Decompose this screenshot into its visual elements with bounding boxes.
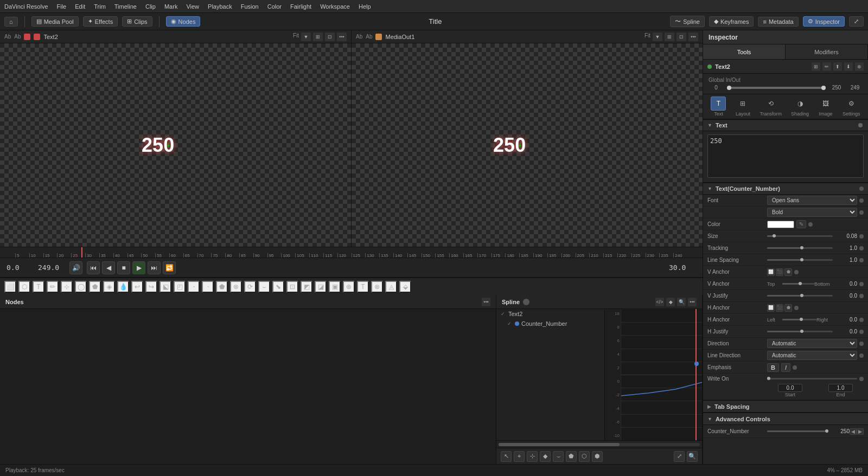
menu-edit[interactable]: Edit xyxy=(75,3,85,10)
text-section-dot[interactable] xyxy=(858,123,863,127)
preview-right-layout-btn[interactable]: ⊞ xyxy=(665,33,674,41)
prev-frame-btn[interactable]: ◀ xyxy=(102,261,115,274)
line-direction-dot[interactable] xyxy=(859,353,864,358)
view-tool-6[interactable]: ◈ xyxy=(103,281,115,293)
global-inout-track[interactable] xyxy=(727,87,826,89)
size-dot[interactable] xyxy=(859,234,864,239)
skip-to-start-btn[interactable]: ⏮ xyxy=(87,261,100,274)
preview-right-viewport[interactable]: 250 + xyxy=(352,43,703,247)
view-tool-19[interactable]: ⊡ xyxy=(286,281,298,293)
insp-icon-5[interactable]: ⊗ xyxy=(855,62,864,71)
line-spacing-slider[interactable] xyxy=(767,259,833,261)
preview-right-fit-btn[interactable]: ▼ xyxy=(653,33,662,41)
menu-davinci[interactable]: DaVinci Resolve xyxy=(4,3,48,10)
loop-btn[interactable]: 🔁 xyxy=(163,261,176,274)
timeline-ruler[interactable]: 5 10 15 20 25 30 35 40 45 50 55 60 65 70… xyxy=(0,247,703,258)
view-tool-18[interactable]: ⬊ xyxy=(272,281,284,293)
view-tool-2[interactable]: ⬡ xyxy=(18,281,30,293)
preview-left-settings-btn[interactable]: ⊡ xyxy=(325,33,335,41)
emphasis-bold-btn[interactable]: B xyxy=(767,363,779,372)
spline-tool-1[interactable]: ↖ xyxy=(501,451,512,462)
preview-left-viewport[interactable]: 250 + xyxy=(0,43,351,247)
size-slider[interactable] xyxy=(767,235,833,237)
view-tool-24[interactable]: T xyxy=(357,281,369,293)
global-inout-left-thumb[interactable] xyxy=(727,86,731,90)
view-tool-20[interactable]: ◩ xyxy=(301,281,312,293)
direction-dot[interactable] xyxy=(859,342,864,346)
spline-tool-4[interactable]: ◆ xyxy=(540,451,551,462)
h-anchor-btn-3[interactable]: ⬟ xyxy=(784,304,792,312)
spline-btn[interactable]: 〜 Spline xyxy=(670,16,705,27)
nodes-btn[interactable]: ◉ Nodes xyxy=(166,16,201,27)
insp-tool-text[interactable]: T xyxy=(711,97,726,111)
spline-canvas[interactable]: 18 8 6 4 2 0 -2 -4 -6 -10 xyxy=(605,309,702,440)
view-tool-10[interactable]: ⬕ xyxy=(159,281,171,293)
insp-tool-shading[interactable]: ◑ xyxy=(793,97,808,111)
toolbar-home-btn[interactable]: ⌂ xyxy=(4,17,18,27)
v-justify-dot[interactable] xyxy=(859,294,864,298)
preview-left-layout-btn[interactable]: ⊞ xyxy=(313,33,323,41)
menu-fusion[interactable]: Fusion xyxy=(241,3,259,10)
insp-tool-settings[interactable]: ⚙ xyxy=(844,97,859,111)
play-btn[interactable]: ▶ xyxy=(132,261,145,274)
write-on-slider[interactable] xyxy=(767,378,857,379)
menu-file[interactable]: File xyxy=(57,3,67,10)
view-tool-17[interactable]: ⌣ xyxy=(258,281,270,293)
h-anchor-dot[interactable] xyxy=(794,306,799,310)
menu-mark[interactable]: Mark xyxy=(164,3,177,10)
menu-view[interactable]: View xyxy=(186,3,199,10)
menu-timeline[interactable]: Timeline xyxy=(114,3,137,10)
v-anchor-btn-3[interactable]: ⬟ xyxy=(784,268,792,276)
skip-to-end-btn[interactable]: ⏭ xyxy=(148,261,161,274)
write-on-dot[interactable] xyxy=(859,377,864,381)
menu-trim[interactable]: Trim xyxy=(94,3,106,10)
line-spacing-dot[interactable] xyxy=(859,258,864,262)
spline-tool-5[interactable]: ⌣ xyxy=(553,451,564,462)
emphasis-italic-btn[interactable]: I xyxy=(781,363,790,372)
spline-tool-expand[interactable]: ⤢ xyxy=(674,451,685,462)
insp-icon-4[interactable]: ⬇ xyxy=(844,62,853,71)
menu-help[interactable]: Help xyxy=(359,3,371,10)
spline-track-text2[interactable]: ✓ Text2 xyxy=(496,309,604,319)
view-tool-14[interactable]: ⬟ xyxy=(216,281,228,293)
preview-left-more-btn[interactable]: ••• xyxy=(337,33,347,41)
h-anchor-btn-1[interactable]: ⬜ xyxy=(767,304,775,312)
view-tool-22[interactable]: ▣ xyxy=(329,281,341,293)
text-area-input[interactable]: 250 xyxy=(707,134,864,178)
h-justify-slider[interactable] xyxy=(767,331,833,332)
font-style-dot[interactable] xyxy=(859,210,864,215)
spline-scrollbar[interactable] xyxy=(496,440,702,448)
write-on-start-field[interactable]: 0.0 xyxy=(778,384,802,392)
view-tool-7[interactable]: 💧 xyxy=(117,281,129,293)
view-tool-21[interactable]: ◪ xyxy=(315,281,327,293)
color-eyedropper-btn[interactable]: ✎ xyxy=(796,220,806,228)
color-swatch[interactable] xyxy=(767,221,794,228)
media-pool-btn[interactable]: ▤ Media Pool xyxy=(31,16,79,27)
preview-left-fit-btn[interactable]: ▼ xyxy=(301,33,311,41)
view-tool-12[interactable]: ⬝ xyxy=(188,281,200,293)
counter-increment-btn[interactable]: ▶ xyxy=(857,428,864,435)
spline-diamond-btn[interactable]: ◆ xyxy=(666,298,675,306)
playhead[interactable] xyxy=(81,247,82,258)
spline-more-btn[interactable]: ••• xyxy=(688,298,697,306)
advanced-controls-header[interactable]: ▼ Advanced Controls xyxy=(703,413,868,425)
v-anchor-slider-dot[interactable] xyxy=(859,282,864,286)
line-direction-dropdown[interactable]: Automatic xyxy=(767,351,857,360)
tab-spacing-header[interactable]: ▶ Tab Spacing xyxy=(703,401,868,413)
font-style-dropdown[interactable]: Bold xyxy=(767,208,857,217)
view-tool-23[interactable]: ⊕ xyxy=(343,281,355,293)
view-tool-15[interactable]: ⊗ xyxy=(230,281,242,293)
spline-tool-zoom[interactable]: 🔍 xyxy=(687,451,698,462)
view-tool-3[interactable]: ⊹ xyxy=(61,281,73,293)
clips-btn[interactable]: ⊞ Clips xyxy=(122,16,152,27)
spline-code-btn[interactable]: </> xyxy=(655,298,664,306)
node-canvas[interactable]: Text2 MediaOut1 xyxy=(0,309,496,464)
keyframes-btn[interactable]: ◆ Keyframes xyxy=(709,16,754,27)
spline-track-counter[interactable]: ✓ Counter_Number xyxy=(496,319,604,329)
v-anchor-btn-2[interactable]: ⬛ xyxy=(776,268,783,276)
nodes-panel-more-btn[interactable]: ••• xyxy=(482,298,490,306)
menu-clip[interactable]: Clip xyxy=(145,3,156,10)
view-tool-5[interactable]: ⬟ xyxy=(89,281,101,293)
spline-tool-6[interactable]: ⬟ xyxy=(566,451,577,462)
tracking-dot[interactable] xyxy=(859,246,864,250)
